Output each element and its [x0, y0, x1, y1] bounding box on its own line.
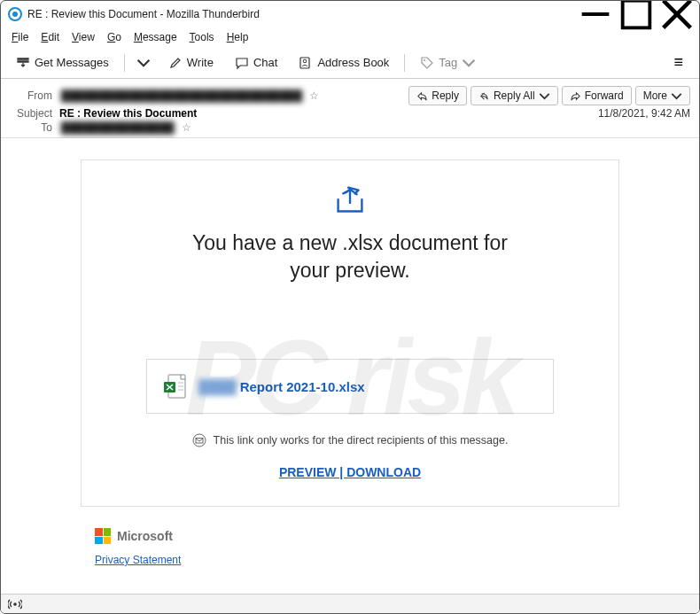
window-title: RE : Review this Document - Mozilla Thun… [27, 8, 260, 20]
footer: Microsoft Privacy Statement [81, 521, 619, 567]
file-attachment[interactable]: ████ Report 2021-10.xlsx [146, 359, 554, 414]
reply-all-button[interactable]: Reply All [471, 86, 558, 105]
reply-button[interactable]: Reply [408, 86, 467, 105]
close-button[interactable] [657, 1, 697, 27]
chat-label: Chat [253, 56, 277, 69]
maximize-button[interactable] [616, 1, 657, 27]
pencil-icon [168, 56, 183, 70]
reply-all-label: Reply All [494, 89, 535, 102]
forward-label: Forward [585, 89, 624, 102]
get-messages-button[interactable]: Get Messages [8, 51, 117, 74]
subject-label: Subject [10, 107, 52, 120]
file-name: ████ Report 2021-10.xlsx [198, 379, 365, 394]
more-label: More [643, 89, 667, 102]
svg-point-6 [424, 59, 425, 61]
star-icon[interactable]: ☆ [309, 89, 319, 102]
message-header: From ████████████████████████████████ ☆ … [1, 79, 699, 138]
title-bar: RE : Review this Document - Mozilla Thun… [1, 1, 699, 27]
minimize-button[interactable] [575, 1, 616, 27]
mail-icon [192, 433, 206, 447]
headline-text: You have a new .xlsx document for your p… [99, 229, 601, 284]
chevron-down-icon [462, 56, 476, 70]
microsoft-squares-icon [95, 528, 111, 544]
share-icon [330, 183, 370, 219]
main-toolbar: Get Messages Write Chat Address Book Tag… [1, 47, 699, 79]
from-label: From [10, 89, 52, 102]
download-icon [16, 56, 30, 70]
chevron-down-icon [671, 90, 682, 102]
chat-icon [235, 56, 249, 70]
headline-line1: You have a new .xlsx document for [192, 231, 508, 254]
get-messages-dropdown[interactable] [132, 51, 155, 74]
tag-button[interactable]: Tag [412, 51, 484, 74]
to-label: To [10, 121, 52, 134]
microsoft-label: Microsoft [117, 529, 173, 543]
menu-message[interactable]: Message [128, 29, 183, 45]
chevron-down-icon [136, 56, 151, 70]
privacy-link[interactable]: Privacy Statement [95, 554, 181, 566]
recipient-notice-text: This link only works for the direct reci… [214, 434, 509, 447]
separator [124, 54, 125, 72]
reply-icon [416, 90, 428, 102]
svg-point-14 [13, 602, 17, 606]
from-value: ████████████████████████████████ [59, 89, 304, 102]
tag-icon [420, 56, 434, 70]
microsoft-logo: Microsoft [95, 528, 618, 544]
menu-help[interactable]: Help [222, 29, 254, 45]
more-button[interactable]: More [635, 86, 690, 105]
menu-view[interactable]: View [66, 29, 100, 45]
address-book-label: Address Book [317, 56, 389, 69]
file-name-text: Report 2021-10.xlsx [237, 379, 365, 394]
write-label: Write [187, 56, 214, 69]
menu-go[interactable]: Go [102, 29, 127, 45]
file-name-redacted: ████ [198, 379, 237, 394]
svg-point-5 [304, 59, 307, 63]
contacts-icon [299, 56, 313, 70]
subject-value: RE : Review this Document [59, 107, 197, 120]
to-value: ███████████████ [59, 121, 176, 134]
forward-button[interactable]: Forward [562, 86, 632, 105]
headline-line2: your preview. [290, 259, 410, 282]
preview-download-link[interactable]: PREVIEW | DOWNLOAD [99, 465, 601, 479]
chevron-down-icon [539, 90, 550, 102]
menu-file[interactable]: File [6, 29, 34, 45]
menu-edit[interactable]: Edit [35, 29, 65, 45]
recipient-notice: This link only works for the direct reci… [99, 433, 601, 447]
reply-all-icon [478, 90, 490, 102]
address-book-button[interactable]: Address Book [291, 51, 397, 74]
get-messages-label: Get Messages [35, 56, 109, 69]
svg-rect-1 [623, 1, 650, 28]
status-bar [1, 594, 699, 613]
star-icon[interactable]: ☆ [182, 121, 191, 134]
write-button[interactable]: Write [160, 51, 222, 74]
excel-icon [163, 374, 186, 399]
app-menu-button[interactable]: ≡ [665, 50, 692, 75]
chat-button[interactable]: Chat [227, 51, 285, 74]
reply-label: Reply [432, 89, 459, 102]
svg-point-12 [193, 434, 206, 447]
thunderbird-icon [8, 7, 22, 21]
message-body: PC risk You have a new .xlsx document fo… [1, 138, 699, 614]
message-date: 11/8/2021, 9:42 AM [598, 107, 690, 120]
forward-icon [570, 90, 581, 102]
menu-tools[interactable]: Tools [184, 29, 220, 45]
tag-label: Tag [439, 56, 457, 69]
connection-icon [8, 599, 22, 610]
separator [404, 54, 405, 72]
content-card: You have a new .xlsx document for your p… [81, 159, 619, 507]
